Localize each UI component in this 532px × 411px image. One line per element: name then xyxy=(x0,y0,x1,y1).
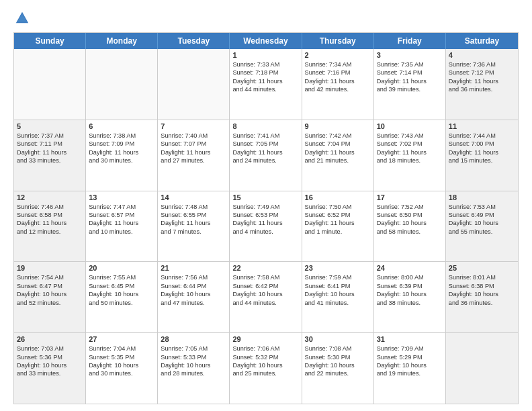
day-number: 20 xyxy=(89,264,154,272)
cell-line: Daylight: 11 hours xyxy=(305,77,371,85)
cell-line: Sunset: 7:00 PM xyxy=(449,140,515,148)
cell-line: Sunset: 5:35 PM xyxy=(89,353,154,361)
calendar-row-4: 26Sunrise: 7:03 AMSunset: 5:36 PMDayligh… xyxy=(14,333,518,404)
cell-line: Sunrise: 7:59 AM xyxy=(305,273,371,281)
cell-line: Sunset: 7:09 PM xyxy=(89,140,154,148)
cell-line: Sunrise: 7:53 AM xyxy=(449,203,515,211)
cell-line: Daylight: 10 hours xyxy=(377,290,443,298)
cell-line: and 18 minutes. xyxy=(377,156,443,165)
cal-cell-r0-c4: 2Sunrise: 7:34 AMSunset: 7:16 PMDaylight… xyxy=(302,49,374,120)
cell-line: Sunset: 6:47 PM xyxy=(17,282,83,290)
day-number: 27 xyxy=(89,335,154,343)
cell-line: Sunrise: 7:42 AM xyxy=(305,132,371,140)
cell-line: Daylight: 11 hours xyxy=(89,219,154,227)
cell-line: Sunrise: 7:43 AM xyxy=(377,132,443,140)
calendar-row-2: 12Sunrise: 7:46 AMSunset: 6:58 PMDayligh… xyxy=(14,191,518,263)
cell-line: Daylight: 11 hours xyxy=(449,148,515,156)
calendar-row-1: 5Sunrise: 7:37 AMSunset: 7:11 PMDaylight… xyxy=(14,120,518,191)
cell-line: Sunset: 5:30 PM xyxy=(305,353,371,361)
cell-line: Daylight: 10 hours xyxy=(232,290,298,298)
cell-line: Sunrise: 7:46 AM xyxy=(17,203,83,211)
cell-line: Sunset: 6:41 PM xyxy=(305,282,371,290)
cell-line: Daylight: 11 hours xyxy=(232,77,298,85)
cal-cell-r1-c2: 7Sunrise: 7:40 AMSunset: 7:07 PMDaylight… xyxy=(158,120,230,191)
cell-line: Sunrise: 7:36 AM xyxy=(449,60,515,68)
cell-line: and 19 minutes. xyxy=(377,369,443,377)
cal-cell-r0-c0 xyxy=(14,49,86,120)
cell-line: Daylight: 10 hours xyxy=(377,219,443,227)
cell-line: and 52 minutes. xyxy=(17,299,83,307)
cell-line: Sunset: 7:02 PM xyxy=(377,140,443,148)
cell-line: Sunset: 7:12 PM xyxy=(449,68,515,77)
header xyxy=(13,11,519,26)
cell-line: and 36 minutes. xyxy=(449,85,515,93)
cell-line: and 27 minutes. xyxy=(161,156,226,165)
cell-line: Sunset: 6:44 PM xyxy=(161,282,226,290)
day-number: 31 xyxy=(377,335,443,343)
cell-line: Sunset: 6:42 PM xyxy=(232,282,298,290)
calendar: SundayMondayTuesdayWednesdayThursdayFrid… xyxy=(13,32,519,404)
cal-cell-r2-c3: 15Sunrise: 7:49 AMSunset: 6:53 PMDayligh… xyxy=(230,191,302,262)
cell-line: Sunset: 6:53 PM xyxy=(232,211,298,219)
cell-line: Daylight: 11 hours xyxy=(305,219,371,227)
header-friday: Friday xyxy=(374,33,446,49)
cell-line: Daylight: 10 hours xyxy=(17,361,83,369)
svg-marker-1 xyxy=(17,14,28,22)
cell-line: Daylight: 10 hours xyxy=(17,290,83,298)
cell-line: and 25 minutes. xyxy=(232,369,298,377)
day-number: 2 xyxy=(305,51,371,59)
cell-line: Sunrise: 7:37 AM xyxy=(17,132,83,140)
day-number: 13 xyxy=(89,193,154,201)
day-number: 23 xyxy=(305,264,371,272)
cal-cell-r3-c2: 21Sunrise: 7:56 AMSunset: 6:44 PMDayligh… xyxy=(158,262,230,332)
cell-line: Daylight: 11 hours xyxy=(449,77,515,85)
cell-line: Sunset: 6:39 PM xyxy=(377,282,443,290)
day-number: 24 xyxy=(377,264,443,272)
day-number: 5 xyxy=(17,122,83,130)
day-number: 14 xyxy=(161,193,226,201)
cell-line: Sunrise: 7:38 AM xyxy=(89,132,154,140)
cal-cell-r4-c2: 28Sunrise: 7:05 AMSunset: 5:33 PMDayligh… xyxy=(158,333,230,404)
day-number: 25 xyxy=(449,264,515,272)
day-number: 21 xyxy=(161,264,226,272)
cell-line: Daylight: 10 hours xyxy=(161,361,226,369)
cal-cell-r2-c6: 18Sunrise: 7:53 AMSunset: 6:49 PMDayligh… xyxy=(446,191,518,262)
cell-line: and 12 minutes. xyxy=(17,228,83,236)
cal-cell-r2-c1: 13Sunrise: 7:47 AMSunset: 6:57 PMDayligh… xyxy=(86,191,158,262)
cell-line: and 44 minutes. xyxy=(232,299,298,307)
day-number: 15 xyxy=(232,193,298,201)
day-number: 7 xyxy=(161,122,226,130)
cell-line: Daylight: 10 hours xyxy=(305,361,371,369)
cell-line: Daylight: 11 hours xyxy=(377,77,443,85)
cell-line: Daylight: 11 hours xyxy=(232,148,298,156)
cell-line: Sunset: 7:05 PM xyxy=(232,140,298,148)
day-number: 28 xyxy=(161,335,226,343)
cell-line: Daylight: 11 hours xyxy=(17,148,83,156)
cal-cell-r1-c0: 5Sunrise: 7:37 AMSunset: 7:11 PMDaylight… xyxy=(14,120,86,191)
cell-line: Sunrise: 7:52 AM xyxy=(377,203,443,211)
cell-line: Sunrise: 8:00 AM xyxy=(377,273,443,281)
cell-line: Sunset: 6:49 PM xyxy=(449,211,515,219)
cell-line: Sunset: 7:16 PM xyxy=(305,68,371,77)
cell-line: Daylight: 10 hours xyxy=(232,361,298,369)
day-number: 9 xyxy=(305,122,371,130)
day-number: 29 xyxy=(232,335,298,343)
header-sunday: Sunday xyxy=(14,33,86,49)
day-number: 26 xyxy=(17,335,83,343)
cell-line: Daylight: 11 hours xyxy=(17,219,83,227)
cell-line: and 24 minutes. xyxy=(232,156,298,165)
cell-line: Sunrise: 7:54 AM xyxy=(17,273,83,281)
cal-cell-r3-c5: 24Sunrise: 8:00 AMSunset: 6:39 PMDayligh… xyxy=(374,262,446,332)
day-number: 12 xyxy=(17,193,83,201)
cell-line: Daylight: 11 hours xyxy=(161,148,226,156)
cell-line: Sunrise: 7:44 AM xyxy=(449,132,515,140)
cal-cell-r1-c4: 9Sunrise: 7:42 AMSunset: 7:04 PMDaylight… xyxy=(302,120,374,191)
cal-cell-r1-c1: 6Sunrise: 7:38 AMSunset: 7:09 PMDaylight… xyxy=(86,120,158,191)
cell-line: Sunrise: 7:50 AM xyxy=(305,203,371,211)
day-number: 19 xyxy=(17,264,83,272)
cell-line: and 21 minutes. xyxy=(305,156,371,165)
cell-line: and 22 minutes. xyxy=(305,369,371,377)
cell-line: and 7 minutes. xyxy=(161,228,226,236)
cell-line: Sunrise: 7:58 AM xyxy=(232,273,298,281)
cal-cell-r3-c3: 22Sunrise: 7:58 AMSunset: 6:42 PMDayligh… xyxy=(230,262,302,332)
